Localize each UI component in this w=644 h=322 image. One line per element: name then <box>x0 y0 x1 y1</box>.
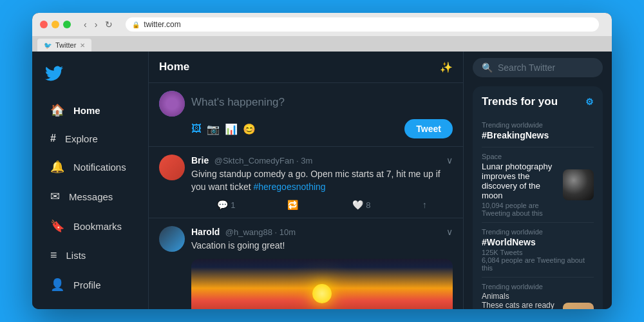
search-icon: 🔍 <box>482 62 493 73</box>
reply-icon: 💬 <box>217 200 228 210</box>
tab-title: Twitter <box>55 41 76 49</box>
forward-button[interactable]: › <box>92 18 100 31</box>
hashtag[interactable]: #heregoesnothing <box>254 182 326 192</box>
moon-thumbnail <box>563 169 594 200</box>
browser-chrome: ‹ › ↻ 🔒 twitter.com <box>32 13 612 36</box>
sidebar-item-notifications[interactable]: 🔔 Notifications <box>37 153 143 180</box>
tweet-user-info: Brie @Sktch_ComedyFan · 3m <box>191 155 312 166</box>
compose-box: What's happening? 🖼 📷 📊 😊 Tweet <box>149 83 463 147</box>
main-feed: Home ✨ What's happening? 🖼 📷 📊 😊 <box>148 52 464 309</box>
tweet-submit-button[interactable]: Tweet <box>404 119 453 138</box>
back-button[interactable]: ‹ <box>81 18 90 31</box>
compose-placeholder[interactable]: What's happening? <box>191 91 453 114</box>
sidebar-item-profile-label: Profile <box>73 279 101 290</box>
tweet-text: Vacation is going great! <box>191 240 453 252</box>
compose-avatar <box>159 91 185 117</box>
trend-item[interactable]: Trending worldwide AnimalsThese cats are… <box>482 278 594 309</box>
compose-actions: 🖼 📷 📊 😊 Tweet <box>191 119 453 138</box>
trend-item[interactable]: Trending worldwide #BreakingNews <box>482 116 594 147</box>
tweet-header: Brie @Sktch_ComedyFan · 3m ∨ Giving stan… <box>159 155 453 210</box>
sidebar-item-messages-label: Messages <box>69 191 113 202</box>
tweet-image <box>191 259 453 309</box>
tweet-actions: 💬 1 🔁 🤍 8 <box>191 200 453 210</box>
sparkle-icon[interactable]: ✨ <box>440 61 453 73</box>
trend-category: Space <box>482 153 563 160</box>
trend-category: Trending worldwide <box>482 228 594 236</box>
trend-name: AnimalsThese cats are ready for #Interna… <box>482 292 563 309</box>
sidebar-item-home-label: Home <box>73 105 100 116</box>
trend-count: 10,094 people are Tweeting about this <box>482 202 563 217</box>
user-avatar <box>159 91 185 117</box>
minimize-button[interactable] <box>52 21 59 28</box>
trend-with-image: AnimalsThese cats are ready for #Interna… <box>482 292 594 309</box>
trend-text-content: AnimalsThese cats are ready for #Interna… <box>482 292 563 309</box>
trend-item[interactable]: Trending worldwide #WorldNews 125K Tweet… <box>482 223 594 278</box>
sidebar-item-more[interactable]: ⊕ More <box>37 301 143 309</box>
cats-thumbnail: 🐱 <box>563 303 594 309</box>
sunset-image <box>191 259 453 309</box>
tweet-menu-icon[interactable]: ∨ <box>446 155 453 166</box>
right-sidebar: 🔍 Search Twitter Trends for you ⚙ Trendi… <box>464 52 612 309</box>
notifications-icon: 🔔 <box>50 160 64 174</box>
trends-title: Trends for you ⚙ <box>482 95 594 108</box>
maximize-button[interactable] <box>63 21 71 28</box>
emoji-icon[interactable]: 😊 <box>243 123 256 135</box>
nav-buttons: ‹ › ↻ <box>81 18 115 31</box>
sidebar-item-lists-label: Lists <box>66 250 86 261</box>
tweet-content: Harold @h_wang88 · 10m ∨ Vacation is goi… <box>191 226 453 309</box>
url-text: twitter.com <box>144 20 180 29</box>
tweet-handle: @h_wang88 · 10m <box>225 227 296 237</box>
sidebar-item-explore[interactable]: # Explore <box>37 126 143 151</box>
share-icon: ↑ <box>422 200 427 210</box>
tweet-user-info: Harold @h_wang88 · 10m <box>191 226 296 238</box>
sidebar-item-messages[interactable]: ✉ Messages <box>37 183 143 210</box>
compose-icons: 🖼 📷 📊 😊 <box>191 123 256 135</box>
trend-category: Trending worldwide <box>482 283 594 290</box>
reply-action[interactable]: 💬 1 <box>217 200 235 210</box>
tweet-meta: Brie @Sktch_ComedyFan · 3m ∨ <box>191 155 453 166</box>
trend-text-content: Space Lunar photography improves the dis… <box>482 153 563 217</box>
sidebar-item-bookmarks-label: Bookmarks <box>73 221 122 232</box>
sun <box>312 284 332 303</box>
like-count: 8 <box>366 200 370 210</box>
poll-icon[interactable]: 📊 <box>225 123 238 135</box>
close-button[interactable] <box>40 21 48 28</box>
tweet-header: Harold @h_wang88 · 10m ∨ Vacation is goi… <box>159 226 453 309</box>
messages-icon: ✉ <box>50 189 60 204</box>
feed-title: Home <box>159 61 189 73</box>
lists-icon: ≡ <box>50 249 57 262</box>
lock-icon: 🔒 <box>132 21 140 28</box>
trend-category: Trending worldwide <box>482 121 594 129</box>
sidebar-item-home[interactable]: 🏠 Home <box>37 97 143 124</box>
refresh-button[interactable]: ↻ <box>102 18 115 31</box>
tweet-item: Harold @h_wang88 · 10m ∨ Vacation is goi… <box>149 218 463 309</box>
avatar <box>159 155 185 180</box>
twitter-logo[interactable] <box>32 57 148 93</box>
search-placeholder: Search Twitter <box>498 62 555 73</box>
traffic-lights <box>40 21 71 28</box>
trend-name: Lunar photography improves the discovery… <box>482 162 563 200</box>
explore-icon: # <box>50 133 56 144</box>
browser-tab[interactable]: 🐦 Twitter ✕ <box>37 39 91 52</box>
tweet-menu-icon[interactable]: ∨ <box>446 227 453 237</box>
profile-icon: 👤 <box>50 278 64 292</box>
settings-icon[interactable]: ⚙ <box>585 97 594 107</box>
gif-icon[interactable]: 📷 <box>207 123 220 135</box>
tweet-content: Brie @Sktch_ComedyFan · 3m ∨ Giving stan… <box>191 155 453 210</box>
trend-item[interactable]: Space Lunar photography improves the dis… <box>482 147 594 223</box>
trends-box: Trends for you ⚙ Trending worldwide #Bre… <box>473 86 603 309</box>
compose-right: What's happening? 🖼 📷 📊 😊 Tweet <box>191 91 453 138</box>
reply-count: 1 <box>231 200 235 210</box>
retweet-action[interactable]: 🔁 <box>287 200 301 210</box>
address-bar[interactable]: 🔒 twitter.com <box>126 17 599 32</box>
tab-close-button[interactable]: ✕ <box>80 42 85 49</box>
share-action[interactable]: ↑ <box>422 200 427 210</box>
sidebar-item-lists[interactable]: ≡ Lists <box>37 242 143 269</box>
like-icon: 🤍 <box>352 200 363 210</box>
like-action[interactable]: 🤍 8 <box>352 200 370 210</box>
sidebar-item-bookmarks[interactable]: 🔖 Bookmarks <box>37 213 143 240</box>
image-icon[interactable]: 🖼 <box>191 123 202 135</box>
trend-count: 6,084 people are Tweeting about this <box>482 256 594 272</box>
search-box[interactable]: 🔍 Search Twitter <box>473 58 603 77</box>
sidebar-item-profile[interactable]: 👤 Profile <box>37 271 143 298</box>
